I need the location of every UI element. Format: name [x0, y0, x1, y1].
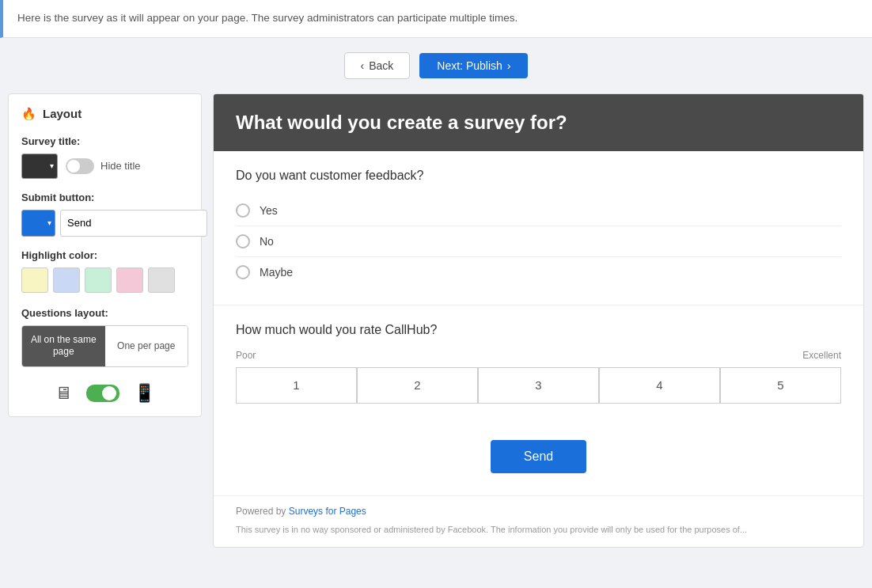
powered-by: Powered by Surveys for Pages [214, 495, 863, 523]
layout-all-on-same-page[interactable]: All on the same page [22, 326, 105, 366]
next-publish-button[interactable]: Next: Publish › [419, 53, 528, 78]
question-block-1: Do you want customer feedback? Yes No Ma… [214, 151, 863, 305]
rating-cells: 1 2 3 4 5 [236, 367, 841, 404]
option-maybe-label: Maybe [260, 266, 293, 279]
layout-panel: 🔥 Layout Survey title: ▾ Hide title Subm… [8, 93, 202, 417]
hide-title-toggle-row: Hide title [66, 158, 141, 174]
rating-cell-3[interactable]: 3 [478, 367, 599, 404]
title-color-picker[interactable]: ▾ [21, 154, 58, 179]
questions-layout-label: Questions layout: [21, 307, 188, 319]
option-maybe[interactable]: Maybe [236, 257, 841, 287]
next-label: Next: Publish [437, 59, 502, 72]
survey-title-label: Survey title: [21, 135, 188, 147]
question-2-text: How much would you rate CallHub? [236, 323, 841, 337]
layout-toggle: All on the same page One per page [21, 325, 188, 367]
highlight-color-label: Highlight color: [21, 249, 188, 261]
submit-row: ▾ [21, 210, 188, 237]
info-banner: Here is the survey as it will appear on … [0, 0, 872, 38]
back-label: Back [369, 59, 393, 72]
title-color-caret-icon: ▾ [50, 161, 54, 170]
submit-text-input[interactable] [60, 210, 207, 237]
hide-title-label: Hide title [100, 160, 141, 172]
radio-yes [236, 203, 250, 218]
question-1-options: Yes No Maybe [236, 195, 841, 287]
send-button[interactable]: Send [491, 440, 586, 473]
submit-color-picker[interactable]: ▾ [21, 210, 55, 237]
questions-layout-section: Questions layout: All on the same page O… [21, 307, 188, 367]
device-view-toggle[interactable] [86, 385, 119, 402]
submit-color-swatch [25, 214, 47, 233]
back-button[interactable]: ‹ Back [344, 52, 411, 79]
rating-high-label: Excellent [802, 350, 841, 361]
submit-button-label: Submit button: [21, 192, 188, 203]
option-yes[interactable]: Yes [236, 195, 841, 226]
question-1-text: Do you want customer feedback? [236, 169, 841, 183]
back-chevron-icon: ‹ [361, 59, 365, 72]
powered-by-text: Powered by [236, 506, 289, 517]
layout-one-per-page[interactable]: One per page [105, 326, 188, 366]
submit-button-section: Submit button: ▾ [21, 192, 188, 237]
survey-title-row: ▾ Hide title [21, 154, 188, 179]
send-row: Send [214, 424, 863, 495]
rating-cell-1[interactable]: 1 [236, 367, 357, 404]
color-swatches [21, 267, 188, 293]
option-no[interactable]: No [236, 226, 841, 257]
device-toggle: 🖥 📱 [21, 383, 188, 404]
swatch-pink[interactable] [116, 267, 143, 293]
toolbar: ‹ Back Next: Publish › [0, 38, 872, 93]
option-no-label: No [260, 235, 274, 248]
main-layout: 🔥 Layout Survey title: ▾ Hide title Subm… [0, 93, 872, 564]
submit-color-caret-icon: ▾ [47, 218, 51, 227]
rating-cell-4[interactable]: 4 [599, 367, 720, 404]
title-color-swatch [25, 157, 47, 175]
hide-title-toggle[interactable] [66, 158, 94, 174]
option-yes-label: Yes [260, 204, 278, 217]
swatch-green[interactable] [85, 267, 112, 293]
swatch-yellow[interactable] [21, 267, 48, 293]
disclaimer: This survey is in no way sponsored or ad… [214, 523, 863, 548]
flame-icon: 🔥 [21, 107, 36, 121]
rating-cell-5[interactable]: 5 [720, 367, 841, 404]
highlight-color-section: Highlight color: [21, 249, 188, 293]
swatch-blue[interactable] [53, 267, 80, 293]
mobile-icon[interactable]: 📱 [134, 383, 155, 404]
rating-cell-2[interactable]: 2 [357, 367, 478, 404]
survey-title: What would you create a survey for? [236, 112, 841, 134]
survey-body: Do you want customer feedback? Yes No Ma… [214, 151, 863, 548]
panel-title: 🔥 Layout [21, 107, 188, 121]
desktop-icon[interactable]: 🖥 [55, 383, 72, 404]
surveys-for-pages-link[interactable]: Surveys for Pages [289, 506, 366, 517]
radio-no [236, 234, 250, 248]
radio-maybe [236, 265, 250, 279]
rating-low-label: Poor [236, 350, 256, 361]
swatch-gray[interactable] [148, 267, 175, 293]
next-chevron-icon: › [507, 59, 511, 72]
panel-title-text: Layout [43, 107, 82, 120]
banner-text: Here is the survey as it will appear on … [17, 12, 518, 24]
survey-preview: What would you create a survey for? Do y… [213, 93, 864, 548]
question-block-2: How much would you rate CallHub? Poor Ex… [214, 305, 863, 424]
survey-header: What would you create a survey for? [214, 94, 863, 151]
rating-labels: Poor Excellent [236, 350, 841, 361]
